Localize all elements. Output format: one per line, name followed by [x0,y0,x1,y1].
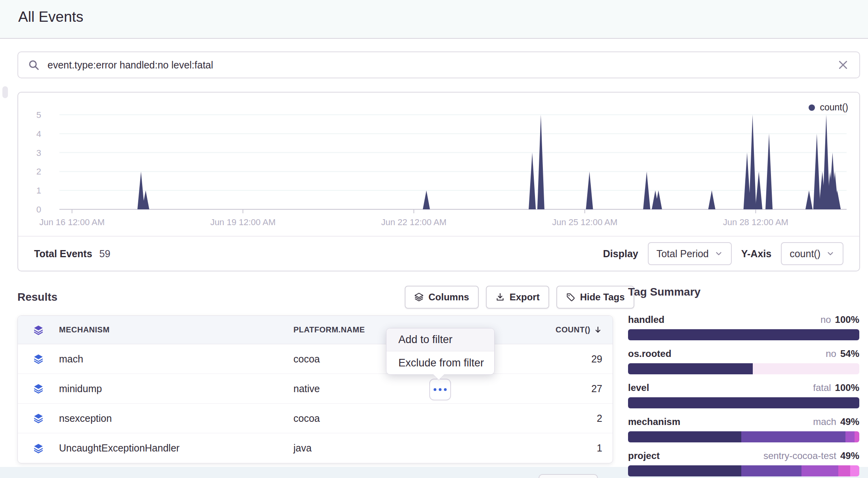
cell-mechanism[interactable]: mach [59,353,293,365]
tag-percent: 100% [835,382,859,393]
menu-item-add-to-filter[interactable]: Add to filter [386,328,494,351]
tag-percent: 100% [835,314,859,325]
export-button-label: Export [510,292,540,303]
tag-distribution-bar[interactable] [628,397,859,408]
total-events-value: 59 [99,248,110,260]
chart-legend[interactable]: count() [809,102,848,113]
cell-platform[interactable]: java [293,442,537,454]
tag-top-value: fatal100% [813,382,859,393]
hide-tags-button[interactable]: Hide Tags [556,286,634,309]
tag-head: projectsentry-cocoa-test49% [628,450,859,461]
cell-count[interactable]: 1 [537,442,613,454]
cell-mechanism[interactable]: nsexception [59,413,293,424]
display-label: Display [603,248,638,260]
svg-text:5: 5 [36,110,41,120]
export-button[interactable]: Export [486,286,549,309]
chevron-down-icon [826,249,835,258]
close-icon [837,59,849,71]
tag-distribution-bar[interactable] [628,431,859,442]
chart-controls: Display Total Period Y-Axis count() [603,242,843,265]
cell-platform[interactable]: cocoa [293,413,537,424]
tag-distribution-bar[interactable] [628,363,859,374]
tag-bar-segment[interactable] [628,465,741,476]
results-table: MECHANISM PLATFORM.NAME COUNT() machcoco… [17,315,613,463]
events-chart-canvas: 012345Jun 16 12:00 AMJun 19 12:00 AMJun … [18,93,859,236]
tag-bar-segment[interactable] [855,431,859,442]
tag-value-label: mach [813,416,836,427]
chevron-down-icon [714,249,723,258]
tag-bar-segment[interactable] [741,465,801,476]
columns-button[interactable]: Columns [405,286,479,309]
cell-action-menu: Add to filter Exclude from filter [386,328,495,375]
tag-top-value: no54% [826,348,859,359]
yaxis-select[interactable]: count() [781,242,843,265]
display-select-value: Total Period [657,248,709,260]
cell-mechanism[interactable]: UncaughtExceptionHandler [59,442,293,454]
svg-text:4: 4 [36,129,41,139]
tag-head: levelfatal100% [628,382,859,393]
cell-count[interactable]: 29 [537,353,613,365]
tag-percent: 49% [840,450,859,461]
row-actions-button[interactable] [429,379,451,400]
tag-name: os.rooted [628,348,671,359]
tag-name: project [628,450,660,461]
display-select[interactable]: Total Period [648,242,732,265]
columns-button-label: Columns [428,292,469,303]
app-root: All Events 012345Jun 16 12:00 AMJun 19 1… [0,0,868,478]
tag-value-label: fatal [813,382,831,393]
pagination-button[interactable] [539,474,598,478]
tag-summary-heading: Tag Summary [628,286,859,298]
cell-mechanism[interactable]: minidump [59,383,293,395]
header-stack-icon[interactable] [18,325,59,335]
tag-name: mechanism [628,416,680,427]
tag-block-project: projectsentry-cocoa-test49% [628,450,859,476]
tag-bar-segment[interactable] [801,465,838,476]
svg-text:1: 1 [36,186,41,195]
search-bar[interactable] [17,51,860,78]
column-header-mechanism[interactable]: MECHANISM [59,325,293,334]
stack-icon [33,443,44,453]
tag-top-value: mach49% [813,416,859,427]
tag-value-label: no [820,314,831,325]
table-row[interactable]: UncaughtExceptionHandlerjava1 [18,433,613,463]
tag-bar-segment[interactable] [838,465,850,476]
tag-distribution-bar[interactable] [628,465,859,476]
table-row[interactable]: machcocoa29 [18,344,613,374]
tag-bar-segment[interactable] [628,397,859,408]
tag-bar-segment[interactable] [628,329,859,340]
svg-text:Jun 16 12:00 AM: Jun 16 12:00 AM [39,217,105,227]
search-icon [28,59,40,71]
row-stack-icon [18,383,59,394]
table-header-row: MECHANISM PLATFORM.NAME COUNT() [18,316,613,344]
tag-bar-segment[interactable] [741,431,845,442]
svg-text:0: 0 [36,205,41,214]
tag-top-value: no100% [820,314,859,325]
tag-bar-segment[interactable] [628,431,741,442]
column-header-count[interactable]: COUNT() [537,325,613,334]
tag-bar-segment[interactable] [753,363,859,374]
page-header: All Events [0,0,868,39]
tag-distribution-bar[interactable] [628,329,859,340]
results-heading: Results [17,286,57,309]
stack-icon [33,354,44,364]
search-clear-button[interactable] [836,57,851,72]
events-chart[interactable]: 012345Jun 16 12:00 AMJun 19 12:00 AMJun … [18,93,859,236]
cell-count[interactable]: 27 [537,383,613,395]
search-input[interactable] [47,59,836,71]
tag-value-label: sentry-cocoa-test [763,450,836,461]
tag-head: handledno100% [628,314,859,325]
tag-bar-segment[interactable] [850,465,859,476]
tag-bar-segment[interactable] [628,363,753,374]
drag-handle [2,86,8,98]
cell-count[interactable]: 2 [537,413,613,424]
tag-block-mechanism: mechanismmach49% [628,416,859,442]
row-stack-icon [18,354,59,364]
cell-platform[interactable]: native [293,383,537,395]
stack-icon [414,292,424,302]
page-title: All Events [18,9,84,25]
tag-block-level: levelfatal100% [628,382,859,408]
table-row[interactable]: nsexceptioncocoa2 [18,404,613,433]
download-icon [495,292,505,302]
table-row[interactable]: minidumpnative27 [18,374,613,404]
tag-bar-segment[interactable] [845,431,855,442]
